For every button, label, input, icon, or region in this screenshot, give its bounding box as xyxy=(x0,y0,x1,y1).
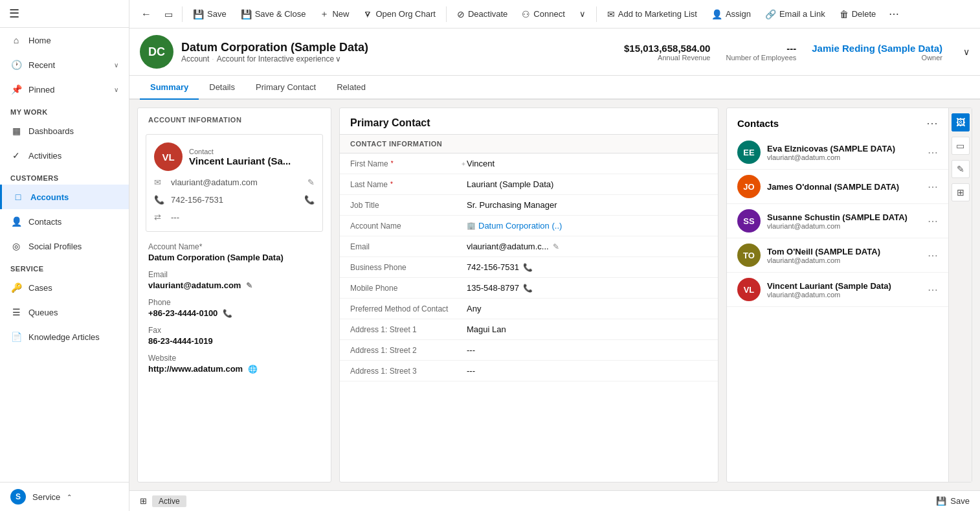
annual-revenue-label: Annual Revenue xyxy=(624,54,710,62)
list-item-more-icon[interactable]: ⋯ xyxy=(928,215,938,227)
sidebar-item-dashboards[interactable]: ▦ Dashboards xyxy=(0,119,129,143)
sidebar-item-label: Queues xyxy=(28,308,118,317)
sidebar-item-label: Activities xyxy=(28,151,118,161)
tab-details[interactable]: Details xyxy=(199,76,245,100)
expand-icon[interactable]: ⊞ xyxy=(140,496,147,506)
org-chart-button[interactable]: ⛛ Open Org Chart xyxy=(357,5,442,23)
save-close-button[interactable]: 💾 Save & Close xyxy=(234,5,313,23)
connect-icon: ⚇ xyxy=(522,9,530,19)
sidebar-item-pinned[interactable]: 📌 Pinned ∨ xyxy=(0,77,129,102)
table-tool-icon[interactable]: ⊞ xyxy=(952,183,970,201)
phone-call-icon[interactable]: 📞 xyxy=(523,263,533,272)
new-button[interactable]: ＋ New xyxy=(313,5,355,24)
avatar: SS xyxy=(737,209,761,233)
overflow-button[interactable]: ⋯ xyxy=(884,4,904,24)
list-tool-icon[interactable]: ▭ xyxy=(952,137,970,155)
sidebar-item-queues[interactable]: ☰ Queues xyxy=(0,300,129,324)
contact-list-email: vlauriant@adatum.com xyxy=(767,256,921,264)
list-item-more-icon[interactable]: ⋯ xyxy=(928,284,938,296)
save-close-icon: 💾 xyxy=(241,9,252,19)
contact-list-name[interactable]: Susanne Schustin (SAMPLE DATA) xyxy=(767,212,921,222)
connect-button[interactable]: ⚇ Connect xyxy=(515,5,571,23)
view-button[interactable]: ▭ xyxy=(159,5,178,23)
hamburger-icon[interactable]: ☰ xyxy=(9,7,19,20)
marketing-icon: ✉ xyxy=(607,9,615,19)
sidebar-bottom-service[interactable]: S Service ⌃ xyxy=(0,483,129,511)
tab-summary[interactable]: Summary xyxy=(140,76,199,100)
list-item-more-icon[interactable]: ⋯ xyxy=(928,181,938,193)
accountname-value: 🏢 Datum Corporation (..) xyxy=(467,221,707,231)
tab-primary-contact[interactable]: Primary Contact xyxy=(245,76,326,100)
add-icon[interactable]: ＋ xyxy=(460,159,467,168)
street2-row: Address 1: Street 2 --- xyxy=(340,340,718,361)
sidebar-item-knowledge[interactable]: 📄 Knowledge Articles xyxy=(0,324,129,349)
contact-list-name[interactable]: Eva Elznicovas (SAMPLE DATA) xyxy=(767,144,921,153)
primary-contact-panel: Primary Contact CONTACT INFORMATION Firs… xyxy=(339,108,718,483)
mobile-call-icon[interactable]: 📞 xyxy=(523,284,533,293)
account-link[interactable]: 🏢 Datum Corporation (..) xyxy=(467,221,562,231)
chevron-down-icon: ∨ xyxy=(335,54,341,63)
contacts-more-icon[interactable]: ⋯ xyxy=(926,116,938,130)
sidebar-item-recent[interactable]: 🕐 Recent ∨ xyxy=(0,52,129,77)
sidebar-item-contacts[interactable]: 👤 Contacts xyxy=(0,209,129,234)
primary-contact-title: Primary Contact xyxy=(340,108,718,134)
jobtitle-row: Job Title Sr. Purchasing Manager xyxy=(340,195,718,216)
account-fax-label: Fax xyxy=(148,326,320,335)
website-icon[interactable]: 🌐 xyxy=(248,365,258,374)
account-email-label: Email xyxy=(148,270,320,279)
email-link-button[interactable]: 🔗 Email a Link xyxy=(759,5,832,23)
knowledge-icon: 📄 xyxy=(10,331,22,343)
entity-meta-chevron-icon[interactable]: ∨ xyxy=(963,47,970,57)
sidebar-item-accounts[interactable]: □ Accounts xyxy=(0,185,129,209)
delete-icon: 🗑 xyxy=(840,9,849,19)
account-info-panel: ACCOUNT INFORMATION VL Contact Vincent L… xyxy=(137,108,331,483)
jobtitle-value: Sr. Purchasing Manager xyxy=(467,200,707,210)
list-item: EE Eva Elznicovas (SAMPLE DATA) vlaurian… xyxy=(727,135,948,170)
account-website-label: Website xyxy=(148,354,320,363)
contact-list-name[interactable]: James O'donnal (SAMPLE DATA) xyxy=(767,182,921,192)
back-button[interactable]: ← xyxy=(135,5,158,24)
sidebar-item-activities[interactable]: ✓ Activities xyxy=(0,143,129,168)
annual-revenue-value: $15,013,658,584.00 xyxy=(624,43,710,54)
sidebar-item-social-profiles[interactable]: ◎ Social Profiles xyxy=(0,234,129,258)
bottom-save-button[interactable]: 💾 Save xyxy=(936,496,970,506)
street1-value: Magui Lan xyxy=(467,324,707,334)
chevron-up-icon: ⌃ xyxy=(67,494,72,501)
owner-label: Owner xyxy=(812,54,942,62)
contact-list-name[interactable]: Tom O'Neill (SAMPLE DATA) xyxy=(767,247,921,256)
marketing-list-button[interactable]: ✉ Add to Marketing List xyxy=(601,5,704,23)
save-icon: 💾 xyxy=(193,9,204,19)
assign-icon: 👤 xyxy=(711,9,722,19)
list-item-more-icon[interactable]: ⋯ xyxy=(928,249,938,262)
email-action-icon[interactable]: ✎ xyxy=(307,177,315,187)
sidebar-item-home[interactable]: ⌂ Home xyxy=(0,28,129,52)
more-button[interactable]: ∨ xyxy=(573,5,592,23)
sidebar-item-cases[interactable]: 🔑 Cases xyxy=(0,275,129,300)
contact-form: First Name * ＋ Vincent Last Name * Lauri… xyxy=(340,153,718,381)
email-copy-icon[interactable]: ✎ xyxy=(553,242,559,251)
lastname-label: Last Name * xyxy=(350,180,467,189)
email-row: Email vlauriant@adatum.c... ✎ xyxy=(340,236,718,257)
phone-action-icon[interactable]: 📞 xyxy=(304,195,315,205)
tab-related[interactable]: Related xyxy=(326,76,376,100)
email-edit-icon[interactable]: ✎ xyxy=(246,281,252,290)
delete-button[interactable]: 🗑 Delete xyxy=(833,5,883,23)
contact-info: Eva Elznicovas (SAMPLE DATA) vlauriant@a… xyxy=(767,144,921,161)
sidebar-bottom: S Service ⌃ xyxy=(0,482,129,511)
assign-button[interactable]: 👤 Assign xyxy=(705,5,757,23)
entity-avatar: DC xyxy=(140,35,173,69)
account-website-value: http://www.adatum.com 🌐 xyxy=(148,364,320,374)
edit-tool-icon[interactable]: ✎ xyxy=(952,160,970,178)
building-icon: 🏢 xyxy=(467,221,476,230)
contact-list-name[interactable]: Vincent Lauriant (Sample Data) xyxy=(767,281,921,291)
deactivate-button[interactable]: ⊘ Deactivate xyxy=(451,5,514,23)
entity-experience-dropdown[interactable]: Account for Interactive experience ∨ xyxy=(217,54,341,63)
save-button[interactable]: 💾 Save xyxy=(186,5,233,23)
contact-info-title: CONTACT INFORMATION xyxy=(340,134,718,153)
accountname-row: Account Name 🏢 Datum Corporation (..) xyxy=(340,216,718,236)
list-item-more-icon[interactable]: ⋯ xyxy=(928,146,938,159)
phone-call-icon[interactable]: 📞 xyxy=(223,309,232,318)
owner-value[interactable]: Jamie Reding (Sample Data) xyxy=(812,43,942,54)
lastname-value: Lauriant (Sample Data) xyxy=(467,179,707,189)
image-tool-icon[interactable]: 🖼 xyxy=(952,113,970,131)
